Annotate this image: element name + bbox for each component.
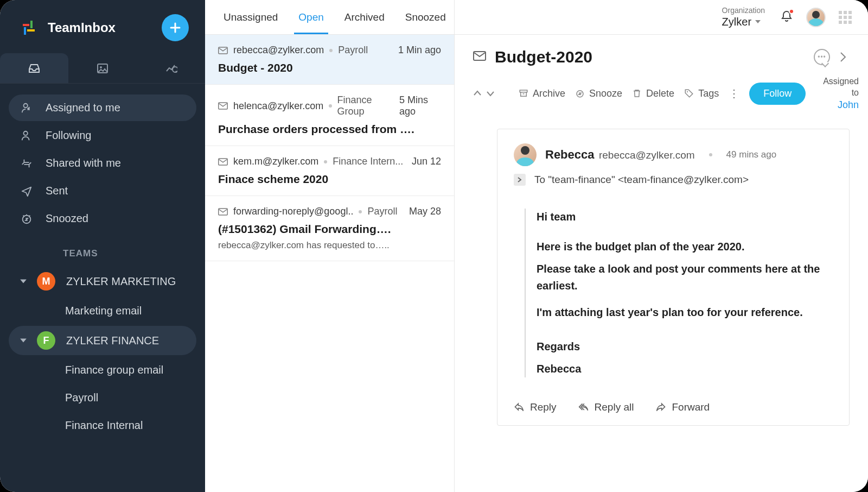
sidebar-item-shared[interactable]: Shared with me (9, 150, 196, 176)
message-card: Rebecca rebecca@zylker.com 49 mins ago T… (497, 129, 850, 426)
envelope-icon (218, 47, 228, 54)
forward-button[interactable]: Forward (655, 401, 710, 413)
tab-archived[interactable]: Archived (342, 2, 387, 33)
separator-dot (329, 104, 331, 108)
team-label: ZYLKER MARKETING (66, 275, 176, 288)
message-time: 49 mins ago (726, 149, 777, 160)
team-channel-finance-group[interactable]: Finance group email (0, 356, 205, 384)
subject-bar: Budget-2020 ••• (455, 35, 868, 72)
sidebar-tab-reports[interactable] (137, 53, 205, 83)
envelope-icon (218, 158, 228, 166)
message-line: Here is the budget plan of the year 2020… (537, 238, 833, 255)
org-label: Organization (722, 6, 765, 15)
trash-icon (632, 89, 642, 98)
svg-point-4 (24, 131, 28, 135)
org-selector[interactable]: Organization Zylker (722, 6, 765, 28)
snooze-button[interactable]: Snooze (575, 88, 622, 99)
sent-icon (20, 185, 34, 197)
plus-icon (169, 21, 182, 34)
sidebar-item-label: Shared with me (46, 157, 121, 169)
thread-time: May 28 (409, 206, 441, 217)
thread-item[interactable]: helenca@zylker.com Finance Group 5 Mins … (205, 85, 454, 146)
thread-time: 5 Mins ago (399, 94, 441, 117)
thread-subject: Purchase orders processed from …. (218, 123, 441, 136)
team-channel-finance-internal[interactable]: Finance Internal (0, 412, 205, 439)
snoozed-icon (20, 213, 34, 225)
envelope-icon (218, 208, 228, 216)
message-header: Rebecca rebecca@zylker.com 49 mins ago (514, 143, 833, 166)
chat-button[interactable]: ••• (814, 49, 830, 65)
thread-snippet: rebecca@zylker.com has requested to….. (218, 240, 441, 251)
chevron-right-icon[interactable] (837, 51, 850, 64)
sidebar-tab-inbox[interactable] (0, 53, 68, 83)
team-avatar: F (37, 331, 55, 350)
tab-open[interactable]: Open (296, 2, 326, 33)
reply-button[interactable]: Reply (514, 401, 557, 413)
assigned-name[interactable]: John (823, 99, 859, 111)
reply-all-button[interactable]: Reply all (578, 401, 634, 413)
separator-dot (324, 160, 327, 163)
sender-email: rebecca@zylker.com (599, 149, 695, 161)
list-filter-tabs: Unassigned Open Archived Snoozed ⋮ (205, 0, 454, 35)
sidebar-item-assigned[interactable]: Assigned to me (9, 94, 196, 121)
team-row-finance[interactable]: F ZYLKER FINANCE (9, 326, 196, 355)
expand-recipients-button[interactable] (514, 174, 526, 186)
sidebar-item-label: Assigned to me (46, 102, 120, 114)
thread-item[interactable]: kem.m@zylker.com Finance Intern... Jun 1… (205, 146, 454, 196)
thread-from: rebecca@zylker.com (233, 45, 324, 56)
chevron-down-icon (755, 18, 761, 25)
org-name: Zylker (722, 15, 751, 28)
thread-list: rebecca@zylker.com Payroll 1 Min ago Bud… (205, 35, 454, 492)
follow-button[interactable]: Follow (749, 83, 806, 105)
thread-subject: (#1501362) Gmail Forwarding…. (218, 223, 441, 236)
reply-icon (514, 402, 525, 413)
inbox-icon (28, 62, 41, 75)
tab-unassigned[interactable]: Unassigned (221, 2, 280, 33)
svg-point-3 (24, 103, 28, 107)
team-channel-payroll[interactable]: Payroll (0, 384, 205, 412)
snooze-icon (575, 89, 585, 98)
tags-button[interactable]: Tags (684, 88, 719, 99)
next-thread-button[interactable] (486, 89, 495, 98)
team-row-marketing[interactable]: M ZYLKER MARKETING (9, 267, 196, 296)
assigned-label: Assigned to (823, 76, 859, 99)
thread-subject: Finace scheme 2020 (218, 173, 441, 186)
sidebar-header: TeamInbox (0, 0, 205, 53)
forward-icon (655, 402, 666, 413)
archive-button[interactable]: Archive (519, 88, 565, 99)
sidebar-item-label: Following (46, 129, 91, 142)
message-sig-name: Rebecca (537, 361, 833, 377)
message-line: I'm attaching last year's plan too for y… (537, 304, 833, 321)
sidebar: TeamInbox Assigned to me Followin (0, 0, 205, 492)
sidebar-item-sent[interactable]: Sent (9, 178, 196, 204)
separator-dot (359, 210, 362, 213)
prev-thread-button[interactable] (473, 89, 482, 98)
detail-column: Organization Zylker Budget-2020 ••• (455, 0, 868, 492)
action-more-menu[interactable]: ⋮ (729, 87, 739, 100)
sidebar-item-snoozed[interactable]: Snoozed (9, 205, 196, 232)
sidebar-item-following[interactable]: Following (9, 122, 196, 149)
app-title: TeamInbox (48, 20, 116, 35)
compose-button[interactable] (162, 14, 189, 41)
svg-rect-12 (520, 90, 527, 92)
tab-snoozed[interactable]: Snoozed (403, 2, 448, 33)
top-bar: Organization Zylker (455, 0, 868, 35)
separator-dot (709, 153, 712, 156)
thread-tag: Payroll (338, 45, 368, 56)
team-channel-marketing-email[interactable]: Marketing email (0, 297, 205, 325)
sidebar-tab-contacts[interactable] (68, 53, 137, 83)
message-greeting: Hi team (537, 209, 833, 225)
thread-tag: Finance Group (337, 94, 394, 117)
message-sig: Regards (537, 338, 833, 355)
svg-point-14 (687, 91, 688, 92)
delete-button[interactable]: Delete (632, 88, 674, 99)
action-bar: Archive Snooze Delete Tags ⋮ Follow Assi… (455, 72, 868, 122)
apps-menu-button[interactable] (839, 11, 852, 24)
thread-item[interactable]: rebecca@zylker.com Payroll 1 Min ago Bud… (205, 35, 454, 85)
notifications-button[interactable] (780, 10, 793, 25)
user-avatar[interactable] (806, 8, 826, 27)
thread-item[interactable]: forwarding-noreply@googl.. Payroll May 2… (205, 196, 454, 261)
message-body: Hi team Here is the budget plan of the y… (525, 209, 833, 377)
thread-time: Jun 12 (412, 156, 441, 167)
app-logo-icon (20, 18, 38, 37)
